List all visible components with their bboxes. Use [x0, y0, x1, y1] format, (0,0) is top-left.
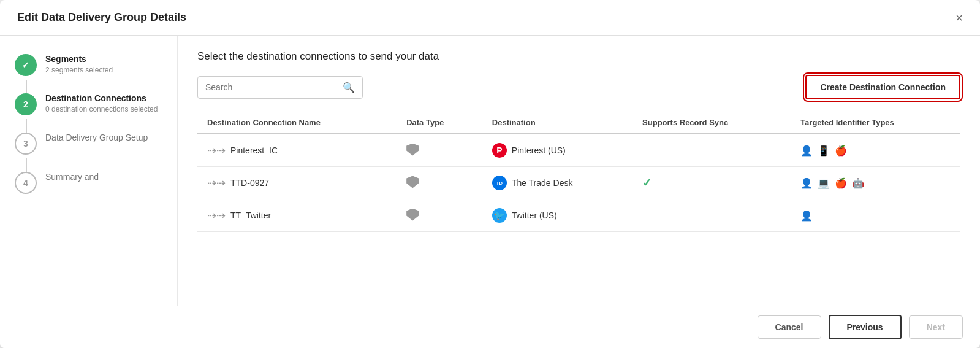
destination-name: Pinterest (US)	[512, 145, 566, 155]
step-info-ddg: Data Delivery Group Setup	[45, 133, 162, 142]
destination-logo: P Pinterest (US)	[492, 143, 623, 158]
destination-cell: TD The Trade Desk	[482, 167, 632, 199]
data-type-cell	[397, 134, 482, 167]
close-button[interactable]: ×	[955, 12, 963, 24]
destination-logo: 🐦 Twitter (US)	[492, 208, 623, 223]
target-icons: 👤	[800, 210, 951, 222]
pinterest-logo: P	[492, 143, 507, 158]
destination-name: Twitter (US)	[512, 211, 557, 220]
step-label-summary: Summary and	[45, 172, 162, 182]
twitter-logo: 🐦	[492, 208, 507, 223]
step-circle-ddg: 3	[15, 133, 37, 155]
destination-name: The Trade Desk	[512, 178, 573, 188]
person-icon: 👤	[800, 210, 813, 222]
connection-icon: ⇢⇢	[207, 144, 226, 157]
apple-icon: 🍎	[835, 177, 847, 189]
col-header-destination: Destination	[482, 112, 632, 134]
modal-body: ✓ Segments 2 segments selected 2 Destina…	[0, 36, 980, 306]
create-destination-connection-button[interactable]: Create Destination Connection	[805, 75, 960, 99]
modal-title: Edit Data Delivery Group Details	[17, 11, 186, 24]
col-header-datatype: Data Type	[397, 112, 482, 134]
identifier-cell: 👤 💻 🍎 🤖	[791, 167, 960, 199]
sidebar-item-ddg-setup[interactable]: 3 Data Delivery Group Setup	[15, 133, 162, 155]
table-header-row: Destination Connection Name Data Type De…	[197, 112, 960, 134]
col-header-sync: Supports Record Sync	[632, 112, 791, 134]
col-header-identifier: Targeted Identifier Types	[791, 112, 960, 134]
step-info-destination: Destination Connections 0 destination co…	[45, 93, 162, 114]
col-header-name: Destination Connection Name	[197, 112, 397, 134]
sidebar: ✓ Segments 2 segments selected 2 Destina…	[0, 36, 178, 306]
modal: Edit Data Delivery Group Details × ✓ Seg…	[0, 0, 980, 348]
shield-icon	[406, 209, 419, 221]
identifier-cell: 👤 📱 🍎	[791, 134, 960, 167]
shield-icon	[406, 176, 419, 188]
conn-name-text: TTD-0927	[230, 178, 269, 188]
android-icon: 🤖	[852, 177, 864, 189]
main-content: Select the destination connections to se…	[178, 36, 980, 306]
step-label-segments: Segments	[45, 54, 162, 64]
modal-header: Edit Data Delivery Group Details ×	[0, 0, 980, 36]
conn-name-text: Pinterest_IC	[230, 145, 278, 155]
apple-icon: 🍎	[835, 145, 847, 157]
destination-cell: 🐦 Twitter (US)	[482, 199, 632, 232]
step-label-destination: Destination Connections	[45, 93, 162, 103]
step-sub-destination: 0 destination connections selected	[45, 105, 162, 114]
destination-cell: P Pinterest (US)	[482, 134, 632, 167]
destination-logo: TD The Trade Desk	[492, 176, 623, 190]
target-icons: 👤 📱 🍎	[800, 145, 951, 157]
conn-name-cell: ⇢⇢ TT_Twitter	[197, 199, 397, 232]
person-icon: 👤	[800, 145, 813, 157]
destination-connections-table: Destination Connection Name Data Type De…	[197, 112, 960, 232]
previous-button[interactable]: Previous	[829, 315, 902, 339]
search-icon[interactable]: 🔍	[343, 82, 355, 93]
connection-icon: ⇢⇢	[207, 176, 226, 190]
identifier-cell: 👤	[791, 199, 960, 232]
conn-name-text: TT_Twitter	[230, 211, 271, 220]
table-row[interactable]: ⇢⇢ TTD-0927 TD The Trade Desk	[197, 167, 960, 199]
step-sub-segments: 2 segments selected	[45, 66, 162, 74]
sidebar-item-summary[interactable]: 4 Summary and	[15, 172, 162, 194]
section-title: Select the destination connections to se…	[197, 50, 960, 63]
shield-icon	[406, 144, 419, 156]
table-row[interactable]: ⇢⇢ TT_Twitter 🐦 Twitter (US)	[197, 199, 960, 232]
sync-cell	[632, 199, 791, 232]
toolbar: 🔍 Create Destination Connection	[197, 75, 960, 99]
laptop-icon: 💻	[818, 177, 830, 189]
connection-icon: ⇢⇢	[207, 209, 226, 222]
data-type-cell	[397, 199, 482, 232]
step-circle-destination: 2	[15, 93, 37, 115]
next-button[interactable]: Next	[909, 315, 963, 339]
data-type-cell	[397, 167, 482, 199]
modal-footer: Cancel Previous Next	[0, 306, 980, 348]
step-info-segments: Segments 2 segments selected	[45, 54, 162, 74]
sidebar-item-segments[interactable]: ✓ Segments 2 segments selected	[15, 54, 162, 76]
step-label-ddg: Data Delivery Group Setup	[45, 133, 162, 142]
sync-cell	[632, 134, 791, 167]
person-icon: 👤	[800, 177, 813, 189]
tradedesk-logo: TD	[492, 176, 507, 190]
step-circle-segments: ✓	[15, 54, 37, 76]
tablet-icon: 📱	[818, 145, 830, 157]
search-input[interactable]	[205, 82, 339, 92]
conn-name-cell: ⇢⇢ TTD-0927	[197, 167, 397, 199]
target-icons: 👤 💻 🍎 🤖	[800, 177, 951, 189]
table-row[interactable]: ⇢⇢ Pinterest_IC P Pinterest (US)	[197, 134, 960, 167]
step-circle-summary: 4	[15, 172, 37, 194]
checkmark-icon: ✓	[642, 177, 651, 189]
sidebar-item-destination-connections[interactable]: 2 Destination Connections 0 destination …	[15, 93, 162, 115]
cancel-button[interactable]: Cancel	[758, 315, 821, 339]
step-info-summary: Summary and	[45, 172, 162, 182]
search-container: 🔍	[197, 76, 363, 99]
sync-cell: ✓	[632, 167, 791, 199]
conn-name-cell: ⇢⇢ Pinterest_IC	[197, 134, 397, 167]
